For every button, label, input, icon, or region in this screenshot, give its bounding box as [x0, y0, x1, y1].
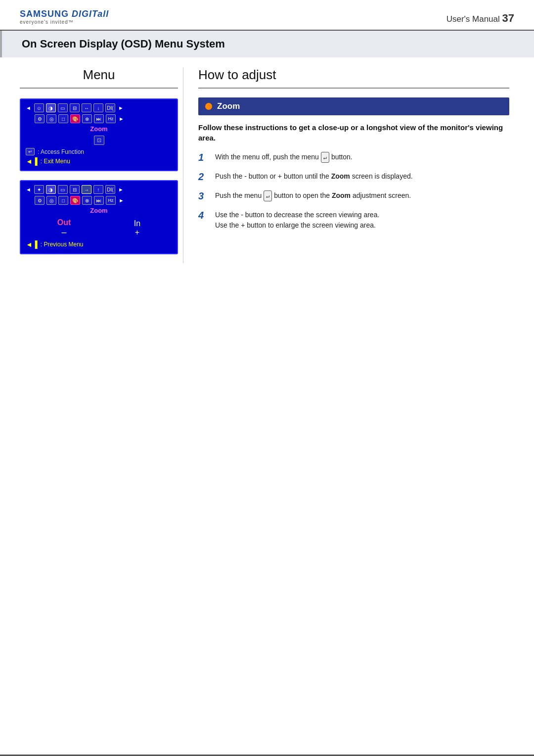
step-3-button: ↵ — [264, 190, 272, 201]
arrow-right-icon: ► — [118, 105, 124, 111]
step-1-text: With the menu off, push the menu ↵ butto… — [215, 152, 353, 163]
zoom-section-title-bar: Zoom — [198, 97, 509, 115]
osd-menu-box-1: ◄ ☺ ◑ ▭ ⊟ ↔ ↓ DI( ► ⚙ ◎ □ 🎨 ⊗ ⏭ Hz ► — [20, 98, 178, 171]
samsung-logo: SAMSUNG DIGITall — [20, 9, 109, 19]
osd-icon-color2: 🎨 — [70, 196, 80, 205]
section-title-bar: On Screen Display (OSD) Menu System — [0, 31, 534, 57]
samsung-text: SAMSUNG — [20, 9, 72, 19]
step-3-bold: Zoom — [332, 191, 351, 199]
osd-icon-box2: □ — [58, 196, 68, 205]
previous-menu-label: : Previous Menu — [41, 241, 84, 248]
step-2-bold: Zoom — [331, 172, 350, 180]
osd-icons-row-4: ⚙ ◎ □ 🎨 ⊗ ⏭ Hz ► — [26, 196, 172, 205]
osd-icon-down: ↓ — [93, 103, 103, 112]
osd-zoom-label-1: Zoom — [26, 125, 172, 133]
plus-label: + — [134, 228, 140, 237]
osd-menu-box-2: ◄ ✦ ◑ ▭ ⊟ → ↑ DI( ► ⚙ ◎ □ 🎨 ⊗ ⏭ Hz ► — [20, 180, 178, 254]
osd-exit-menu-row: ◄▐ : Exit Menu — [26, 157, 172, 165]
step-4-num: 4 — [198, 210, 208, 221]
step-3: 3 Push the menu ↵ button to open the Zoo… — [198, 190, 509, 202]
manual-label: User's Manual — [446, 14, 500, 24]
osd-icon-sound2: DI( — [105, 185, 115, 194]
osd-icon-settings: ⚙ — [35, 114, 44, 123]
logo-subtitle: everyone's invited™ — [20, 19, 109, 25]
arrow-right-icon-2: ► — [119, 116, 124, 122]
exit-arrow: ◄▐ — [26, 157, 38, 165]
minus-label: – — [57, 227, 71, 237]
osd-icon-no: ⊗ — [82, 114, 92, 123]
osd-out-in-row: Out – In + — [26, 218, 172, 237]
osd-icon-eye2: ◎ — [46, 196, 56, 205]
osd-icon-person: ☺ — [34, 103, 44, 112]
left-column: Menu ◄ ☺ ◑ ▭ ⊟ ↔ ↓ DI( ► ⚙ ◎ □ 🎨 ⊗ ⏭ — [15, 57, 183, 273]
steps-list: 1 With the menu off, push the menu ↵ but… — [198, 152, 509, 231]
osd-icons-row-3: ◄ ✦ ◑ ▭ ⊟ → ↑ DI( ► — [26, 185, 172, 194]
osd-previous-menu-row: ◄▐ : Previous Menu — [26, 240, 172, 248]
digit-text: DIGITall — [72, 9, 109, 19]
osd-center-icon: ⊡ — [26, 136, 172, 145]
osd-icon-color: 🎨 — [70, 114, 80, 123]
in-label: In — [134, 219, 140, 228]
step-1: 1 With the menu off, push the menu ↵ but… — [198, 152, 509, 163]
step-3-num: 3 — [198, 190, 208, 202]
step-4: 4 Use the - button to decrease the scree… — [198, 210, 509, 231]
step-3-text: Push the menu ↵ button to open the Zoom … — [215, 190, 411, 201]
left-column-header: Menu — [20, 67, 178, 89]
osd-icon-sun: ✦ — [34, 185, 44, 194]
osd-icon-arrows: ↔ — [82, 103, 91, 112]
osd-size-icon: ⊡ — [94, 136, 104, 145]
osd-icon-eye: ◎ — [46, 114, 56, 123]
manual-title: User's Manual 37 — [446, 9, 514, 25]
page-header: SAMSUNG DIGITall everyone's invited™ Use… — [0, 0, 534, 31]
arrow-left-icon-2: ◄ — [26, 187, 31, 192]
osd-icon-skip: ⏭ — [94, 114, 104, 123]
section-title: On Screen Display (OSD) Menu System — [22, 38, 514, 50]
osd-icon-box: □ — [58, 114, 68, 123]
arrow-right-icon-3: ► — [118, 187, 124, 192]
osd-icon-no2: ⊗ — [82, 196, 92, 205]
in-col: In + — [134, 219, 140, 237]
exit-menu-label: : Exit Menu — [41, 158, 70, 165]
out-label: Out — [57, 218, 71, 227]
prev-arrow: ◄▐ — [26, 240, 38, 248]
page-number: 37 — [502, 12, 514, 24]
osd-icon-screen3: ▭ — [58, 185, 68, 194]
osd-icon-brightness2: ◑ — [46, 185, 56, 194]
step-2-num: 2 — [198, 171, 208, 183]
osd-access-function-row: ↵ : Access Function — [26, 148, 172, 155]
osd-icon-screen: ▭ — [58, 103, 68, 112]
osd-icon-up: ↑ — [93, 185, 103, 194]
zoom-title: Zoom — [217, 101, 240, 111]
step-4-text: Use the - button to decrease the screen … — [215, 210, 379, 231]
osd-icon-hz: Hz — [106, 114, 116, 123]
osd-icon-sound: DI( — [105, 103, 115, 112]
osd-icon-enter: → — [82, 185, 91, 194]
right-column-header: How to adjust — [198, 67, 509, 89]
arrow-right-icon-4: ► — [119, 197, 124, 203]
right-column: How to adjust Zoom Follow these instruct… — [183, 57, 519, 273]
step-2-text: Push the - button or + button until the … — [215, 171, 413, 182]
enter-icon-1: ↵ — [26, 148, 35, 155]
osd-icons-row-1: ◄ ☺ ◑ ▭ ⊟ ↔ ↓ DI( ► — [26, 103, 172, 112]
out-col: Out – — [57, 218, 71, 237]
osd-icon-settings2: ⚙ — [35, 196, 44, 205]
osd-icons-row-2: ⚙ ◎ □ 🎨 ⊗ ⏭ Hz ► — [26, 114, 172, 123]
zoom-intro: Follow these instructions to get a close… — [198, 122, 509, 143]
arrow-left-icon: ◄ — [26, 105, 31, 111]
step-1-num: 1 — [198, 152, 208, 163]
step-2: 2 Push the - button or + button until th… — [198, 171, 509, 183]
osd-icon-screen2: ⊟ — [70, 103, 80, 112]
osd-icon-hz2: Hz — [106, 196, 116, 205]
logo: SAMSUNG DIGITall everyone's invited™ — [20, 9, 109, 25]
osd-icon-screen4: ⊟ — [70, 185, 80, 194]
exit-icon: ◄▐ — [26, 157, 38, 165]
step-1-button: ↵ — [321, 152, 329, 163]
access-function-label: : Access Function — [38, 148, 84, 155]
zoom-dot-icon — [205, 103, 212, 110]
prev-menu-icon: ◄▐ — [26, 240, 38, 248]
osd-icon-skip2: ⏭ — [94, 196, 104, 205]
content-area: Menu ◄ ☺ ◑ ▭ ⊟ ↔ ↓ DI( ► ⚙ ◎ □ 🎨 ⊗ ⏭ — [0, 57, 534, 273]
osd-zoom-label-2: Zoom — [26, 207, 172, 214]
osd-icon-brightness: ◑ — [46, 103, 56, 112]
